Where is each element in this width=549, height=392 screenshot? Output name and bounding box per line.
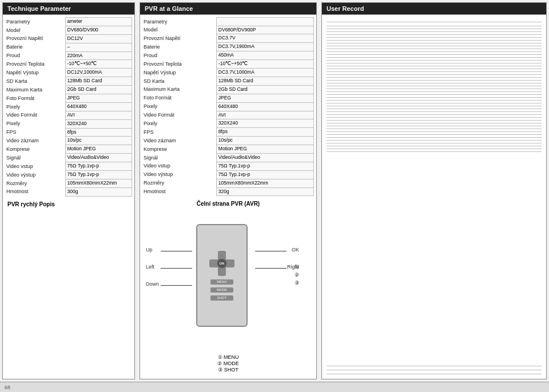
table-row: Pixely640X480 — [142, 102, 314, 111]
user-bottom-lines — [322, 361, 546, 379]
table-row: Provozní Teplota-10℃~+50℃ — [142, 60, 314, 69]
row-label: Rozměry — [5, 179, 65, 187]
user-line-14 — [327, 63, 542, 63]
row-label: Komprese — [5, 145, 65, 154]
user-line-20 — [327, 80, 542, 81]
user-line-39 — [327, 134, 542, 135]
row-value: 75Ω Typ.1vp-p — [216, 170, 313, 179]
row-value: 320X240 — [216, 119, 313, 128]
table-row: Napětí VýstupDC12V,1000mA — [5, 69, 132, 77]
row-value: 8fps — [65, 128, 132, 137]
row-value: 75Ω Typ.1vp-p — [65, 171, 132, 179]
table-row: Video výstup75Ω Typ.1vp-p — [142, 170, 314, 179]
row-label: Hmotnost — [142, 187, 216, 196]
row-label: Maximum Karta — [5, 86, 65, 94]
row-label: Pixely — [5, 119, 65, 128]
dpad[interactable]: OK — [209, 251, 234, 276]
user-line-29 — [327, 106, 542, 106]
row-value: 320X240 — [65, 119, 132, 128]
table-row: Baterie– — [5, 43, 132, 51]
row-value: 2Gb SD Card — [65, 86, 132, 94]
table-row: Pixely320X240 — [142, 119, 314, 128]
row-label: FPS — [5, 128, 65, 137]
table-row: Video vstup75Ω Typ.1vp-p — [5, 162, 132, 171]
menu-buttons: MENU MODE SHOT — [210, 279, 233, 301]
device-body: OK MENU MODE SHOT — [196, 224, 248, 327]
row-label: Komprese — [142, 145, 216, 154]
row-label: Napětí Výstup — [5, 69, 65, 77]
row-value: DC3.7V,1000mA — [216, 69, 313, 77]
row-value: 640X480 — [65, 102, 132, 111]
row-label: Proud — [5, 51, 65, 60]
table-row: SignálVideo/Audio&Video — [5, 154, 132, 162]
user-line-31 — [327, 111, 542, 112]
row-label: Baterie — [5, 43, 65, 51]
row-label: Pixely — [142, 102, 216, 111]
row-value: Video/Audio&Video — [65, 154, 132, 162]
row-value: DC3.7V — [216, 34, 313, 43]
pvr-tables-row: ParametryModelDV680P/DV900PProvozní Napě… — [140, 15, 316, 198]
user-line-group-1 — [327, 22, 542, 154]
user-line-8 — [327, 46, 542, 46]
num-2: ② — [295, 272, 299, 278]
row-label: Proud — [142, 51, 216, 60]
user-line-22 — [327, 86, 542, 86]
table-row: Parametry — [142, 18, 314, 26]
row-label: Foto Formát — [142, 94, 216, 102]
num-1: ① — [295, 264, 299, 270]
pvr-table: ParametryModelDV680P/DV900PProvozní Napě… — [142, 17, 314, 196]
row-label: Video záznam — [142, 137, 216, 145]
table-row: Napětí VýstupDC3.7V,1000mA — [142, 69, 314, 77]
row-value: AVI — [65, 111, 132, 119]
user-panel-title: User Record — [322, 3, 546, 15]
row-label: Video Formát — [5, 111, 65, 119]
user-line-27 — [327, 100, 542, 101]
menu-btn-menu[interactable]: MENU — [210, 279, 233, 285]
row-value: 128Mb SD Card — [65, 77, 132, 86]
table-row: Maximum Karta2Gb SD Card — [5, 86, 132, 94]
row-value: Motion JPEG — [216, 145, 313, 154]
technique-table: ParametryameterModelDV680/DV900Provozní … — [5, 17, 132, 197]
user-line-34 — [327, 120, 542, 121]
front-panel-title: Čelní strana PVR (AVR) — [145, 201, 312, 207]
row-label: Signál — [142, 153, 216, 162]
table-row: Provozní Teplota-10℃~+50℃ — [5, 60, 132, 69]
table-row: KompreseMotion JPEG — [5, 145, 132, 154]
row-value: 450mA — [216, 51, 313, 60]
row-label: Hmotnost — [5, 187, 65, 196]
user-line-11 — [327, 54, 542, 55]
row-value: DV680P/DV900P — [216, 26, 313, 34]
user-line-36 — [327, 126, 542, 126]
menu-btn-shot[interactable]: SHOT — [210, 295, 233, 301]
row-value: 128Mb SD Card — [216, 77, 313, 85]
user-line-12 — [327, 57, 542, 58]
technique-panel-title: Technique Parameter — [3, 3, 134, 15]
table-row: ModelDV680P/DV900P — [142, 26, 314, 34]
user-line-42 — [327, 143, 542, 143]
row-value: – — [65, 43, 132, 51]
row-value: -10℃~+50℃ — [216, 60, 313, 69]
row-value: 10s/pc — [65, 137, 132, 145]
row-value: Video/Audio&Video — [216, 153, 313, 162]
table-row: Video záznam10s/pc — [142, 137, 314, 145]
row-value: ameter — [65, 18, 132, 26]
row-label: FPS — [142, 128, 216, 137]
row-label: Model — [5, 26, 65, 34]
user-line-44 — [327, 149, 542, 149]
table-row: Foto FormátJPEG — [142, 94, 314, 102]
user-line-3 — [327, 31, 542, 32]
row-value — [216, 18, 313, 26]
row-value: 320g — [216, 187, 313, 196]
row-label: Maximum Karta — [142, 85, 216, 94]
row-label: Pixely — [142, 119, 216, 128]
label-down: Down — [146, 281, 159, 287]
user-line-2 — [327, 29, 542, 29]
table-row: KompreseMotion JPEG — [142, 145, 314, 154]
table-row: Proud220mA — [5, 51, 132, 60]
technique-panel: Technique Parameter ParametryameterModel… — [2, 2, 135, 379]
table-row: SignálVideo/Audio&Video — [142, 153, 314, 162]
row-label: Provozní Napětí — [142, 34, 216, 43]
row-value: DC12V — [65, 34, 132, 43]
table-row: Maximum Karta2Gb SD Card — [142, 85, 314, 94]
menu-btn-mode[interactable]: MODE — [210, 287, 233, 293]
